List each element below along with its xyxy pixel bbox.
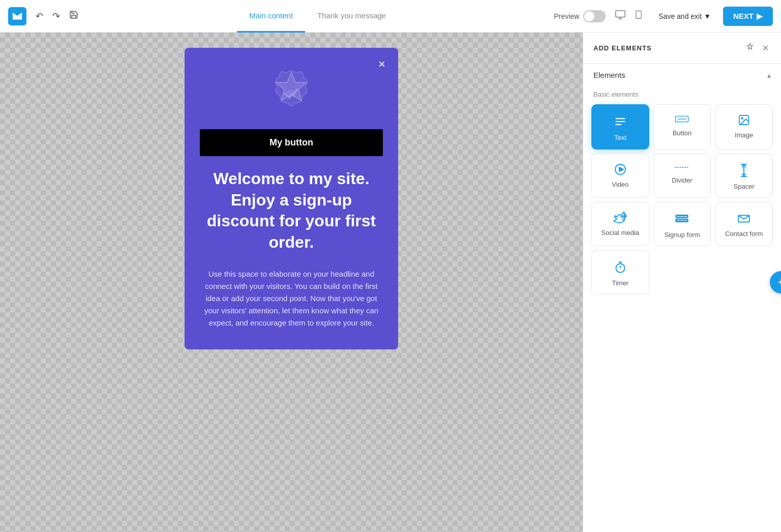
element-social-media[interactable]: Social media: [591, 202, 649, 246]
panel-header-actions: ✕: [744, 41, 771, 55]
element-divider[interactable]: Divider: [653, 154, 711, 198]
save-button[interactable]: [66, 7, 81, 25]
element-spacer[interactable]: Spacer: [715, 154, 773, 198]
timer-icon: [614, 260, 627, 274]
add-elements-panel: ADD ELEMENTS ✕ Elements ▴ Basic elements: [583, 33, 781, 532]
app-logo: [8, 7, 26, 25]
topbar: ↶ ↷ Main content Thank you message Previ…: [0, 0, 781, 33]
element-contact-label: Contact form: [725, 230, 763, 238]
basic-elements-label: Basic elements: [583, 86, 781, 104]
element-spacer-label: Spacer: [734, 183, 755, 190]
chevron-up-icon: ▴: [767, 71, 771, 79]
save-exit-button[interactable]: Save and exit ▼: [652, 8, 717, 24]
svg-marker-14: [619, 167, 623, 171]
element-timer[interactable]: Timer: [591, 250, 649, 294]
canvas: × % My button Welcome to my site. Enjoy …: [0, 33, 583, 532]
popup-card: × % My button Welcome to my site. Enjoy …: [185, 48, 398, 349]
panel-close-button[interactable]: ✕: [760, 41, 771, 55]
panel-section-label: Elements: [593, 71, 625, 79]
elements-grid: Text Button: [583, 104, 781, 303]
element-contact-form[interactable]: Contact form: [715, 202, 773, 246]
text-icon: [613, 114, 627, 129]
tab-thank-you[interactable]: Thank you message: [305, 0, 398, 33]
arrow-right-icon: ▶: [757, 12, 763, 21]
mobile-icon[interactable]: [631, 6, 646, 26]
social-icon: [613, 212, 628, 224]
main-area: × % My button Welcome to my site. Enjoy …: [0, 33, 781, 532]
save-exit-label: Save and exit: [658, 12, 702, 20]
element-signup-label: Signup form: [664, 231, 700, 239]
panel-section-elements[interactable]: Elements ▴: [583, 64, 781, 86]
popup-headline: Welcome to my site. Enjoy a sign-up disc…: [200, 168, 383, 253]
spacer-icon: [738, 163, 750, 178]
badge-icon: %: [266, 68, 317, 119]
element-video[interactable]: Video: [591, 154, 649, 198]
chevron-down-icon: ▼: [704, 12, 711, 20]
tab-main-content[interactable]: Main content: [237, 0, 305, 33]
button-icon: [675, 114, 689, 124]
preview-toggle[interactable]: [583, 10, 606, 22]
topbar-right: Preview Save and exit ▼: [554, 6, 773, 26]
undo-button[interactable]: ↶: [33, 8, 46, 25]
popup-subtext: Use this space to elaborate on your head…: [200, 268, 383, 329]
next-button[interactable]: NEXT ▶: [723, 7, 773, 26]
undo-redo-actions: ↶ ↷: [33, 7, 81, 25]
element-text[interactable]: Text: [591, 104, 649, 150]
contact-icon: [737, 212, 751, 225]
next-label: NEXT: [733, 12, 754, 20]
element-image[interactable]: Image: [715, 104, 773, 150]
panel-pin-button[interactable]: [744, 41, 756, 55]
toggle-knob: [584, 11, 594, 21]
popup-close-button[interactable]: ×: [374, 56, 390, 72]
svg-point-12: [741, 117, 743, 119]
element-button[interactable]: Button: [653, 104, 711, 150]
divider-icon: [675, 163, 689, 171]
panel-header: ADD ELEMENTS ✕: [583, 33, 781, 64]
tab-bar: Main content Thank you message: [87, 0, 548, 33]
element-text-label: Text: [614, 134, 626, 141]
signup-icon: [675, 212, 689, 226]
element-social-label: Social media: [602, 229, 639, 237]
popup-cta-button[interactable]: My button: [200, 129, 383, 156]
redo-button[interactable]: ↷: [49, 8, 63, 25]
svg-text:%: %: [287, 88, 295, 99]
element-signup-form[interactable]: Signup form: [653, 202, 711, 246]
element-image-label: Image: [735, 131, 753, 139]
element-button-label: Button: [673, 129, 692, 137]
preview-toggle-wrap: Preview: [554, 10, 606, 22]
image-icon: [737, 114, 751, 126]
svg-rect-0: [616, 11, 625, 17]
element-video-label: Video: [612, 181, 628, 188]
element-timer-label: Timer: [612, 279, 628, 287]
video-icon: [613, 163, 627, 175]
preview-label: Preview: [554, 12, 579, 20]
element-divider-label: Divider: [672, 176, 692, 184]
panel-title: ADD ELEMENTS: [593, 44, 652, 52]
device-icons: [612, 6, 646, 26]
desktop-icon[interactable]: [612, 6, 629, 26]
